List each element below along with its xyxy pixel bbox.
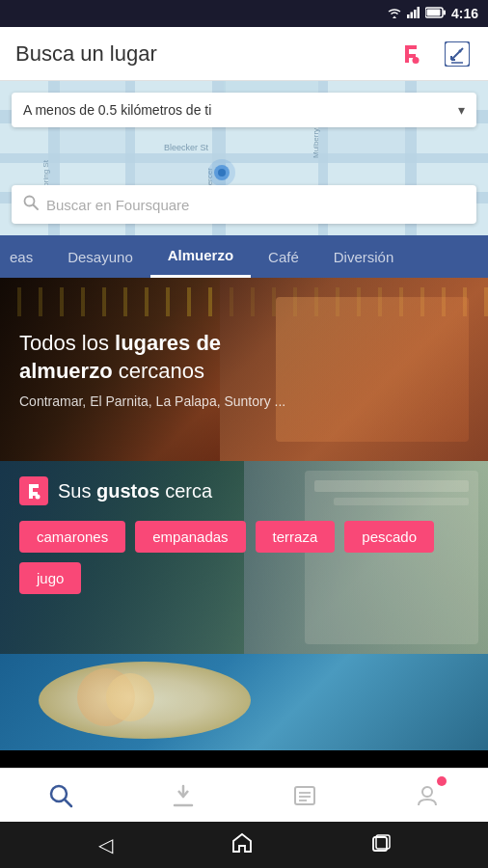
- foursquare-logo: [19, 476, 48, 505]
- search-bar[interactable]: Buscar en Foursquare: [12, 185, 476, 224]
- svg-line-37: [34, 205, 39, 210]
- back-button[interactable]: ◁: [98, 833, 113, 856]
- status-bar: 4:16: [0, 0, 488, 27]
- location-filter-bar[interactable]: A menos de 0.5 kilómetros de ti ▾: [12, 93, 476, 127]
- card-content-1: Todos los lugares de almuerzo cercanos C…: [0, 278, 488, 461]
- category-tabs: eas Desayuno Almuerzo Café Diversión: [0, 235, 488, 278]
- search-icon: [23, 195, 39, 214]
- recent-button[interactable]: [371, 833, 391, 857]
- card-title-1: Todos los lugares de almuerzo cercanos: [19, 330, 289, 385]
- svg-line-40: [65, 800, 71, 806]
- wifi-icon: [387, 7, 402, 21]
- header: Busca un lugar: [0, 27, 488, 81]
- edit-icon[interactable]: [442, 39, 473, 69]
- tab-cafe[interactable]: Café: [251, 235, 316, 278]
- svg-rect-2: [414, 10, 417, 18]
- svg-rect-3: [417, 7, 420, 18]
- filter-text: A menos de 0.5 kilómetros de ti: [23, 102, 211, 118]
- svg-marker-47: [233, 834, 251, 852]
- battery-icon: [425, 7, 447, 20]
- search-placeholder: Buscar en Foursquare: [46, 197, 189, 213]
- status-icons: 4:16: [387, 6, 478, 21]
- gustos-content: Sus gustos cerca camarones empanadas ter…: [0, 461, 488, 654]
- lunch-places-card[interactable]: Todos los lugares de almuerzo cercanos C…: [0, 278, 488, 461]
- tag-camarones[interactable]: camarones: [19, 521, 125, 553]
- tag-pescado[interactable]: pescado: [344, 521, 434, 553]
- svg-point-38: [36, 495, 41, 500]
- svg-rect-6: [426, 10, 440, 16]
- svg-point-46: [422, 787, 432, 797]
- bottom-nav: [0, 768, 488, 822]
- tag-empanadas[interactable]: empanadas: [135, 521, 245, 553]
- gustos-title: Sus gustos cerca: [58, 480, 212, 502]
- svg-rect-1: [410, 12, 413, 18]
- nav-search[interactable]: [34, 769, 88, 822]
- svg-rect-24: [60, 123, 125, 153]
- svg-line-10: [451, 48, 463, 60]
- nav-profile[interactable]: [400, 769, 454, 822]
- bottom-food-image: [0, 654, 488, 750]
- svg-rect-0: [407, 14, 410, 18]
- svg-text:Bleecker St: Bleecker St: [164, 143, 209, 152]
- svg-point-8: [413, 57, 420, 64]
- time-display: 4:16: [451, 6, 478, 21]
- card-subtitle-1: Contramar, El Parnita, La Palapa, Suntor…: [19, 393, 289, 409]
- tab-diversion[interactable]: Diversión: [316, 235, 412, 278]
- chevron-down-icon: ▾: [458, 102, 465, 118]
- foursquare-icon[interactable]: [395, 39, 426, 69]
- nav-checkin[interactable]: [156, 769, 210, 822]
- profile-badge: [437, 776, 447, 786]
- tag-jugo[interactable]: jugo: [19, 562, 81, 594]
- page-title: Busca un lugar: [15, 41, 157, 67]
- svg-rect-27: [328, 123, 405, 153]
- svg-rect-5: [443, 11, 446, 15]
- tag-terraza[interactable]: terraza: [256, 521, 336, 553]
- svg-text:Mulberry: Mulberry: [312, 128, 320, 158]
- gustos-header: Sus gustos cerca: [19, 476, 469, 505]
- gustos-card[interactable]: Sus gustos cerca camarones empanadas ter…: [0, 461, 488, 654]
- android-bar: ◁: [0, 822, 488, 868]
- map-area: Bleecker St Spring St Mercer Mulberry MA…: [0, 81, 488, 235]
- tab-ideas[interactable]: eas: [0, 235, 50, 278]
- home-button[interactable]: [231, 832, 253, 858]
- nav-lists[interactable]: [278, 769, 332, 822]
- tab-almuerzo[interactable]: Almuerzo: [150, 235, 251, 278]
- tags-grid: camarones empanadas terraza pescado jugo: [19, 521, 469, 594]
- header-icons: [395, 39, 473, 69]
- svg-rect-42: [295, 787, 314, 804]
- signal-icon: [407, 7, 420, 21]
- svg-point-35: [208, 159, 235, 186]
- tab-desayuno[interactable]: Desayuno: [50, 235, 150, 278]
